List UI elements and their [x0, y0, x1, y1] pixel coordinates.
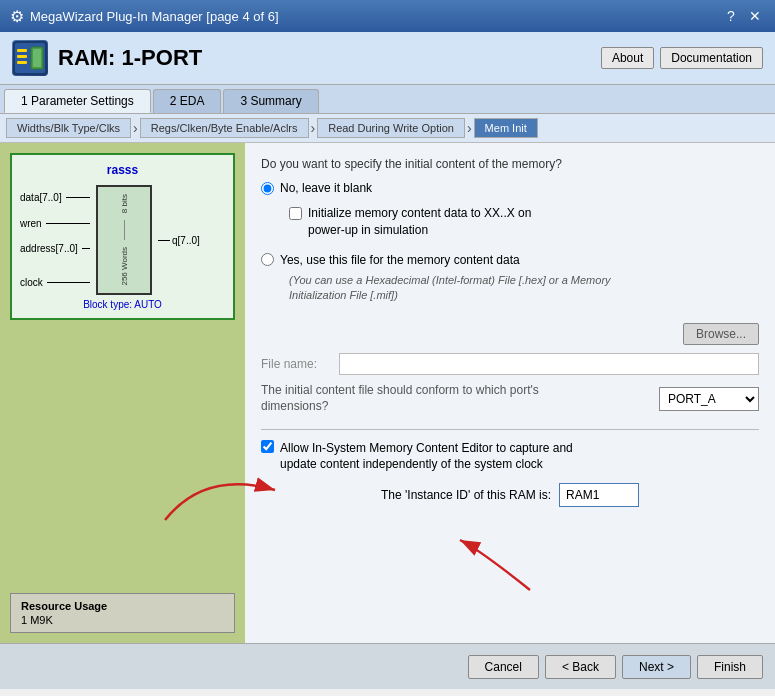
yes-option-item[interactable]: Yes, use this file for the memory conten…	[261, 253, 759, 267]
documentation-button[interactable]: Documentation	[660, 47, 763, 69]
file-name-label: File name:	[261, 357, 331, 371]
chip-label-words: 256 Words	[120, 247, 129, 286]
breadcrumb-arrow-1: ›	[131, 120, 140, 136]
breadcrumb-arrow-3: ›	[465, 120, 474, 136]
header: RAM: 1-PORT About Documentation	[0, 32, 775, 85]
resource-value: 1 M9K	[21, 614, 224, 626]
no-radio[interactable]	[261, 182, 274, 195]
resource-usage-box: Resource Usage 1 M9K	[10, 593, 235, 633]
port-data: data[7..0]	[20, 192, 90, 203]
chip-label-bits: 8 bits	[120, 194, 129, 213]
app-icon: ⚙	[10, 7, 24, 26]
breadcrumb-meminit[interactable]: Mem Init	[474, 118, 538, 138]
instance-label: The 'Instance ID' of this RAM is:	[381, 488, 551, 502]
breadcrumb-arrow-2: ›	[309, 120, 318, 136]
about-button[interactable]: About	[601, 47, 654, 69]
browse-row: Browse...	[261, 323, 759, 345]
port-select[interactable]: PORT_A PORT_B	[659, 387, 759, 411]
instance-id-input[interactable]	[559, 483, 639, 507]
init-checkbox[interactable]	[289, 207, 302, 220]
tabs: 1 Parameter Settings 2 EDA 3 Summary	[0, 85, 775, 114]
divider	[261, 429, 759, 430]
title-bar-left: ⚙ MegaWizard Plug-In Manager [page 4 of …	[10, 7, 279, 26]
next-button[interactable]: Next >	[622, 655, 691, 679]
bottom-bar: Cancel < Back Next > Finish	[0, 643, 775, 689]
yes-radio[interactable]	[261, 253, 274, 266]
allow-checkbox[interactable]	[261, 440, 274, 453]
tab-eda[interactable]: 2 EDA	[153, 89, 222, 113]
port-q: q[7..0]	[158, 235, 200, 246]
left-panel: rasss data[7..0] wren address[7..0]	[0, 143, 245, 643]
main-content: rasss data[7..0] wren address[7..0]	[0, 143, 775, 643]
close-button[interactable]: ✕	[745, 6, 765, 26]
browse-button[interactable]: Browse...	[683, 323, 759, 345]
header-title: RAM: 1-PORT	[12, 40, 202, 76]
block-type-label: Block type: AUTO	[20, 299, 225, 310]
allow-label: Allow In-System Memory Content Editor to…	[280, 440, 573, 474]
svg-rect-3	[17, 55, 27, 58]
right-panel: Do you want to specify the initial conte…	[245, 143, 775, 643]
svg-rect-2	[17, 49, 27, 52]
header-name: RAM: 1-PORT	[58, 45, 202, 71]
help-button[interactable]: ?	[721, 6, 741, 26]
breadcrumb-rdwrite[interactable]: Read During Write Option	[317, 118, 465, 138]
arrow-instance	[400, 520, 600, 600]
yes-option-label: Yes, use this file for the memory conten…	[280, 253, 520, 267]
checkbox-label: Initialize memory content data to XX..X …	[308, 205, 531, 239]
title-bar-controls: ? ✕	[721, 6, 765, 26]
port-row: The initial content file should conform …	[261, 383, 759, 414]
tab-summary[interactable]: 3 Summary	[223, 89, 318, 113]
header-icon	[12, 40, 48, 76]
port-clock: clock	[20, 277, 90, 288]
tab-parameter-settings[interactable]: 1 Parameter Settings	[4, 89, 151, 113]
checkbox-sub: Initialize memory content data to XX..X …	[289, 205, 759, 239]
header-buttons: About Documentation	[601, 47, 763, 69]
no-option-item[interactable]: No, leave it blank	[261, 181, 759, 195]
cancel-button[interactable]: Cancel	[468, 655, 539, 679]
instance-row: The 'Instance ID' of this RAM is:	[261, 483, 759, 507]
port-wren: wren	[20, 218, 90, 229]
breadcrumb-widths[interactable]: Widths/Blk Type/Clks	[6, 118, 131, 138]
breadcrumb: Widths/Blk Type/Clks › Regs/Clken/Byte E…	[0, 114, 775, 143]
allow-row: Allow In-System Memory Content Editor to…	[261, 440, 759, 474]
radio-group: No, leave it blank Initialize memory con…	[261, 181, 759, 311]
diagram-box: rasss data[7..0] wren address[7..0]	[10, 153, 235, 320]
breadcrumb-regs[interactable]: Regs/Clken/Byte Enable/Aclrs	[140, 118, 309, 138]
title-bar: ⚙ MegaWizard Plug-In Manager [page 4 of …	[0, 0, 775, 32]
resource-title: Resource Usage	[21, 600, 224, 612]
title-bar-text: MegaWizard Plug-In Manager [page 4 of 6]	[30, 9, 279, 24]
svg-rect-4	[17, 61, 27, 64]
port-address: address[7..0]	[20, 243, 90, 254]
diagram-title: rasss	[20, 163, 225, 177]
file-name-input[interactable]	[339, 353, 759, 375]
chip-diagram: 8 bits 256 Words	[96, 185, 152, 295]
finish-button[interactable]: Finish	[697, 655, 763, 679]
port-label: The initial content file should conform …	[261, 383, 651, 414]
no-option-label: No, leave it blank	[280, 181, 372, 195]
file-row: File name:	[261, 353, 759, 375]
init-question: Do you want to specify the initial conte…	[261, 157, 759, 171]
back-button[interactable]: < Back	[545, 655, 616, 679]
yes-hint: (You can use a Hexadecimal (Intel-format…	[289, 273, 759, 304]
svg-rect-6	[33, 49, 41, 67]
